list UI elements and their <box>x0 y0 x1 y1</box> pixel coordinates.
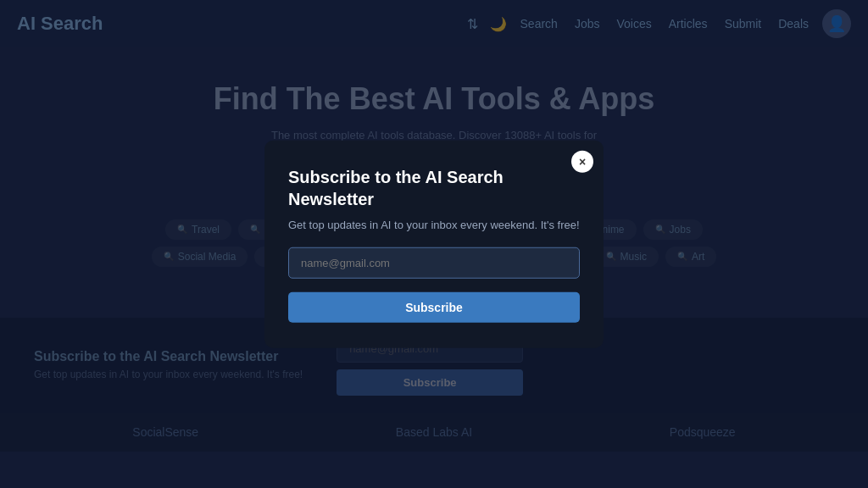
modal-subscribe-button[interactable]: Subscribe <box>288 291 580 322</box>
modal-title: Subscribe to the AI Search Newsletter <box>288 166 580 210</box>
modal-description: Get top updates in AI to your inbox ever… <box>288 217 580 234</box>
modal-email-input[interactable] <box>288 247 580 278</box>
subscribe-modal: × Subscribe to the AI Search Newsletter … <box>264 141 604 348</box>
modal-close-button[interactable]: × <box>571 151 593 173</box>
